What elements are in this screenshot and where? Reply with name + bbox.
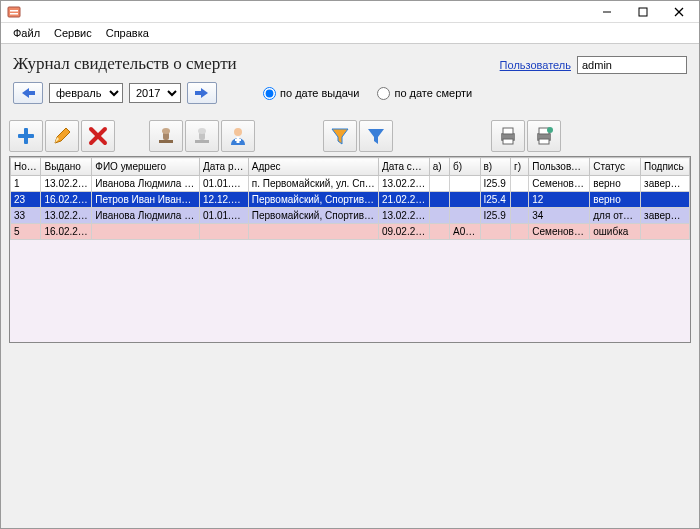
cell: 01.01.1991 xyxy=(200,208,249,224)
svg-marker-27 xyxy=(368,129,384,144)
col-a[interactable]: а) xyxy=(429,158,449,176)
svg-rect-12 xyxy=(18,134,34,138)
cell xyxy=(641,224,690,240)
prev-button[interactable] xyxy=(13,82,43,104)
col-issued[interactable]: Выдано xyxy=(41,158,92,176)
cell: 1 xyxy=(11,176,41,192)
next-button[interactable] xyxy=(187,82,217,104)
month-select[interactable]: февраль xyxy=(49,83,123,103)
cell: I25.4 xyxy=(480,192,510,208)
cell xyxy=(429,192,449,208)
cell: 21.02.2017 xyxy=(378,192,429,208)
svg-point-19 xyxy=(162,128,170,134)
cell xyxy=(450,208,480,224)
svg-rect-2 xyxy=(10,13,18,15)
col-v[interactable]: в) xyxy=(480,158,510,176)
doctor-button[interactable] xyxy=(221,120,255,152)
svg-rect-20 xyxy=(195,140,209,143)
grid-empty-area xyxy=(10,240,690,342)
cell: 09.02.2017 xyxy=(378,224,429,240)
col-sign[interactable]: Подпись xyxy=(641,158,690,176)
cell xyxy=(248,224,378,240)
cell: 34 xyxy=(529,208,590,224)
cell xyxy=(429,224,449,240)
col-name[interactable]: ФИО умершего xyxy=(92,158,200,176)
cell: 16.02.2017 xyxy=(41,224,92,240)
stamp-cancel-button[interactable] xyxy=(185,120,219,152)
svg-point-22 xyxy=(198,128,206,134)
delete-button[interactable] xyxy=(81,120,115,152)
print-list-button[interactable] xyxy=(527,120,561,152)
page-title: Журнал свидетельств о смерти xyxy=(13,54,237,74)
data-grid[interactable]: Номер Выдано ФИО умершего Дата рожд. Адр… xyxy=(9,156,691,343)
stamp-button[interactable] xyxy=(149,120,183,152)
cell xyxy=(450,192,480,208)
cell xyxy=(200,224,249,240)
cell: п. Первомайский, ул. Спортивная xyxy=(248,176,378,192)
col-death[interactable]: Дата сме... xyxy=(378,158,429,176)
menu-service[interactable]: Сервис xyxy=(48,25,98,41)
svg-marker-26 xyxy=(332,129,348,144)
cell: Петров Иван Иванович xyxy=(92,192,200,208)
cell xyxy=(511,224,529,240)
cell: 23 xyxy=(11,192,41,208)
filter-button[interactable] xyxy=(323,120,357,152)
cell: верно xyxy=(590,176,641,192)
svg-rect-30 xyxy=(503,139,513,144)
cell xyxy=(92,224,200,240)
svg-point-34 xyxy=(547,127,553,133)
svg-rect-0 xyxy=(8,7,20,17)
svg-rect-8 xyxy=(28,91,35,95)
radio-by-death[interactable]: по дате смерти xyxy=(377,87,472,100)
close-button[interactable] xyxy=(661,2,697,22)
cell: 5 xyxy=(11,224,41,240)
print-button[interactable] xyxy=(491,120,525,152)
svg-rect-4 xyxy=(639,8,647,16)
header-row: Номер Выдано ФИО умершего Дата рожд. Адр… xyxy=(11,158,690,176)
cell: заверено xyxy=(641,176,690,192)
cell: I25.9 xyxy=(480,208,510,224)
cell: 16.02.2017 xyxy=(41,192,92,208)
radio-by-issue[interactable]: по дате выдачи xyxy=(263,87,359,100)
col-birth[interactable]: Дата рожд. xyxy=(200,158,249,176)
col-number[interactable]: Номер xyxy=(11,158,41,176)
cell: A02.2 xyxy=(450,224,480,240)
col-status[interactable]: Статус xyxy=(590,158,641,176)
user-field[interactable] xyxy=(577,56,687,74)
edit-button[interactable] xyxy=(45,120,79,152)
maximize-button[interactable] xyxy=(625,2,661,22)
cell xyxy=(511,208,529,224)
cell: заверено xyxy=(641,208,690,224)
table-row[interactable]: 2316.02.2017Петров Иван Иванович12.12.19… xyxy=(11,192,690,208)
svg-rect-1 xyxy=(10,10,18,12)
cell: 13.02.2017 xyxy=(378,176,429,192)
cell: Иванова Людмила Ивановна xyxy=(92,176,200,192)
cell: 13.02.2017 xyxy=(41,208,92,224)
filter-clear-button[interactable] xyxy=(359,120,393,152)
menu-file[interactable]: Файл xyxy=(7,25,46,41)
user-label-link[interactable]: Пользователь xyxy=(500,59,571,71)
table-row[interactable]: 516.02.201709.02.2017A02.2Семенов И.И.ош… xyxy=(11,224,690,240)
table-row[interactable]: 113.02.2017Иванова Людмила Ивановна01.01… xyxy=(11,176,690,192)
cell: 13.02.2017 xyxy=(378,208,429,224)
cell: 33 xyxy=(11,208,41,224)
svg-point-23 xyxy=(234,128,242,136)
titlebar xyxy=(1,1,699,23)
minimize-button[interactable] xyxy=(589,2,625,22)
col-address[interactable]: Адрес xyxy=(248,158,378,176)
cell xyxy=(480,224,510,240)
svg-rect-17 xyxy=(159,140,173,143)
cell: для отчета xyxy=(590,208,641,224)
toolbar xyxy=(1,114,699,156)
add-button[interactable] xyxy=(9,120,43,152)
cell xyxy=(511,192,529,208)
col-user[interactable]: Пользователь xyxy=(529,158,590,176)
year-select[interactable]: 2017 xyxy=(129,83,181,103)
menu-help[interactable]: Справка xyxy=(100,25,155,41)
svg-rect-25 xyxy=(235,139,241,141)
col-g[interactable]: г) xyxy=(511,158,529,176)
table-row[interactable]: 3313.02.2017Иванова Людмила Ивановна01.0… xyxy=(11,208,690,224)
cell xyxy=(429,208,449,224)
cell: Иванова Людмила Ивановна xyxy=(92,208,200,224)
col-b[interactable]: б) xyxy=(450,158,480,176)
